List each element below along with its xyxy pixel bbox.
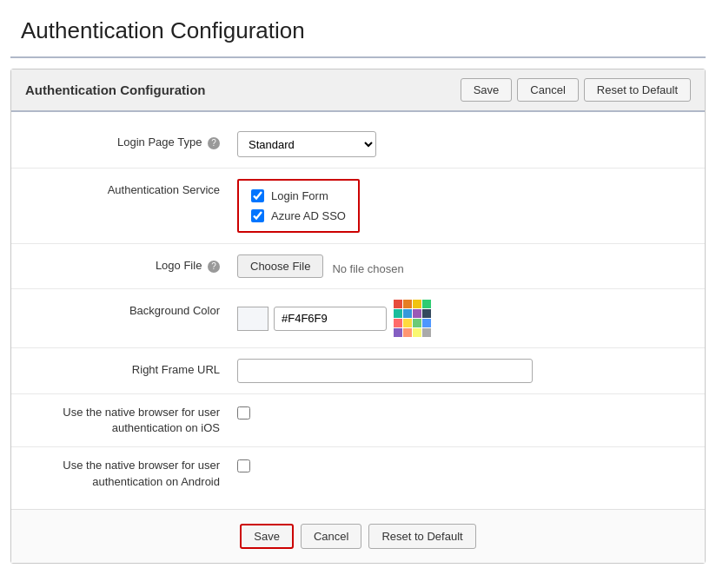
azure-ad-sso-checkbox-row[interactable]: Azure AD SSO — [251, 209, 346, 222]
footer-cancel-button[interactable]: Cancel — [301, 524, 361, 549]
palette-cell — [403, 309, 412, 318]
palette-cell — [413, 328, 421, 337]
right-frame-url-label: Right Frame URL — [29, 359, 237, 376]
native-browser-ios-checkbox[interactable] — [237, 406, 250, 420]
azure-ad-sso-checkbox[interactable] — [251, 209, 264, 222]
palette-cell — [422, 328, 431, 337]
login-page-type-select[interactable]: Standard Custom — [237, 131, 376, 157]
logo-file-control: Choose File No file chosen — [237, 254, 687, 278]
background-color-control — [237, 300, 687, 337]
native-browser-ios-label: Use the native browser for user authenti… — [29, 405, 237, 436]
header-reset-button[interactable]: Reset to Default — [584, 78, 691, 102]
right-frame-url-input[interactable] — [237, 359, 533, 383]
palette-cell — [394, 300, 402, 308]
palette-cell — [422, 309, 431, 318]
palette-cell — [403, 300, 412, 308]
native-browser-ios-control — [237, 405, 687, 420]
right-frame-url-row: Right Frame URL — [11, 348, 705, 394]
palette-cell — [403, 319, 412, 327]
login-form-label: Login Form — [271, 189, 328, 202]
palette-cell — [403, 328, 412, 337]
native-browser-android-row: Use the native browser for user authenti… — [11, 447, 705, 499]
palette-cell — [422, 319, 431, 327]
header-cancel-button[interactable]: Cancel — [517, 78, 578, 102]
login-form-checkbox-row[interactable]: Login Form — [251, 189, 346, 202]
palette-cell — [394, 309, 402, 318]
choose-file-button[interactable]: Choose File — [237, 254, 323, 278]
login-page-type-control: Standard Custom — [237, 131, 687, 157]
page-title: Authentication Configuration — [0, 0, 716, 56]
header-save-button[interactable]: Save — [461, 78, 513, 102]
login-form-checkbox[interactable] — [251, 189, 264, 202]
panel-body: Login Page Type ? Standard Custom Authen… — [11, 112, 705, 509]
azure-ad-sso-label: Azure AD SSO — [271, 209, 346, 222]
login-page-type-help-icon[interactable]: ? — [208, 137, 220, 149]
color-palette-icon[interactable] — [394, 300, 431, 337]
palette-cell — [394, 319, 402, 327]
panel-header-title: Authentication Configuration — [25, 83, 205, 97]
logo-file-help-icon[interactable]: ? — [208, 261, 220, 273]
panel-header-actions: Save Cancel Reset to Default — [461, 78, 691, 102]
native-browser-android-checkbox[interactable] — [237, 459, 250, 472]
background-color-label: Background Color — [29, 300, 237, 317]
login-page-type-label: Login Page Type ? — [29, 131, 237, 149]
background-color-row: Background Color — [11, 289, 705, 348]
palette-cell — [394, 328, 402, 337]
no-file-text: No file chosen — [332, 258, 403, 275]
panel-footer: Save Cancel Reset to Default — [11, 509, 705, 563]
palette-cell — [413, 309, 421, 318]
logo-file-label: Logo File ? — [29, 254, 237, 273]
color-swatch[interactable] — [237, 307, 268, 331]
title-divider — [10, 56, 706, 58]
auth-service-box: Login Form Azure AD SSO — [237, 179, 360, 233]
panel-header: Authentication Configuration Save Cancel… — [11, 69, 705, 112]
color-input[interactable] — [274, 307, 387, 331]
auth-config-panel: Authentication Configuration Save Cancel… — [10, 69, 706, 564]
right-frame-url-control — [237, 359, 687, 383]
auth-service-control: Login Form Azure AD SSO — [237, 179, 687, 233]
palette-grid — [394, 300, 431, 337]
palette-cell — [413, 319, 421, 327]
native-browser-ios-row: Use the native browser for user authenti… — [11, 394, 705, 447]
auth-service-row: Authentication Service Login Form Azure … — [11, 168, 705, 244]
native-browser-android-label: Use the native browser for user authenti… — [29, 458, 237, 489]
logo-file-row: Logo File ? Choose File No file chosen — [11, 244, 705, 289]
palette-cell — [413, 300, 421, 308]
auth-service-label: Authentication Service — [29, 179, 237, 196]
palette-cell — [422, 300, 431, 308]
login-page-type-row: Login Page Type ? Standard Custom — [11, 121, 705, 168]
footer-save-button[interactable]: Save — [240, 524, 294, 549]
footer-reset-button[interactable]: Reset to Default — [368, 524, 475, 549]
native-browser-android-control — [237, 458, 687, 472]
